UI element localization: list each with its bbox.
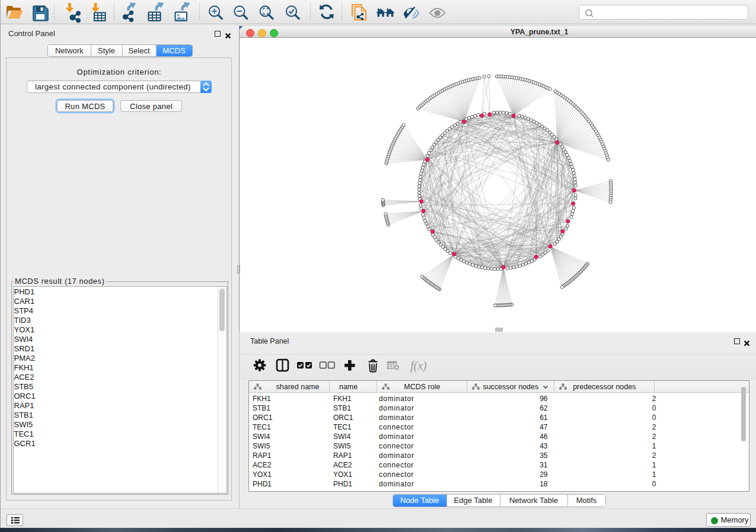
svg-text:f(x): f(x) (410, 359, 427, 373)
